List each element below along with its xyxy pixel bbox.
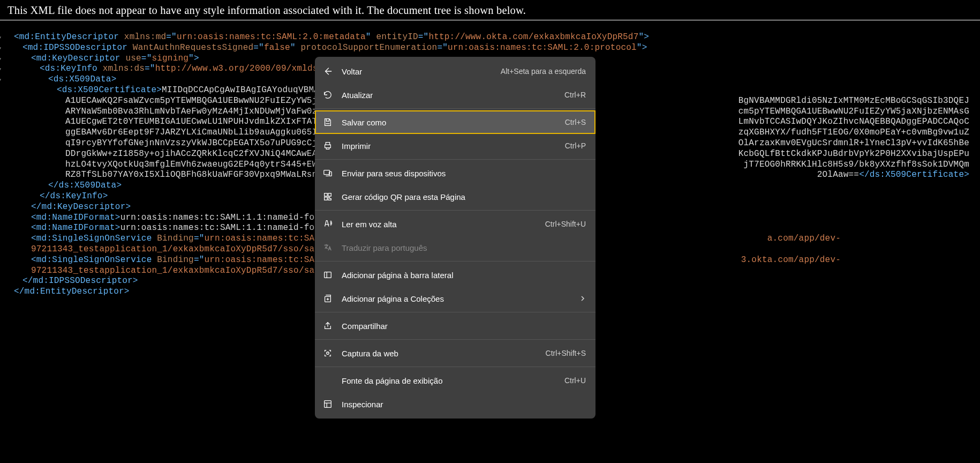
translate-icon [322, 242, 333, 253]
menu-label: Ler em voz alta [342, 220, 537, 229]
menu-send-to-devices[interactable]: Enviar para seus dispositivos [315, 161, 595, 185]
svg-rect-4 [325, 197, 327, 200]
menu-label: Enviar para seus dispositivos [342, 169, 586, 178]
menu-inspect[interactable]: Inspecionar [315, 392, 595, 416]
menu-qr-code[interactable]: Gerar código QR para esta Página [315, 185, 595, 208]
separator [315, 312, 595, 312]
menu-share[interactable]: Compartilhar [315, 314, 595, 338]
menu-label: Imprimir [342, 141, 556, 151]
refresh-icon [322, 89, 333, 100]
menu-label: Gerar código QR para esta Página [342, 192, 586, 201]
xml-line: ▼ <md:EntityDescriptor xmlns:md="urn:oas… [5, 32, 980, 43]
print-icon [322, 140, 333, 151]
menu-shortcut: Ctrl+R [564, 91, 586, 99]
context-menu: Voltar Alt+Seta para a esquerda Atualiza… [315, 57, 595, 419]
menu-shortcut: Ctrl+S [565, 118, 586, 126]
menu-read-aloud[interactable]: Ler em voz alta Ctrl+Shift+U [315, 212, 595, 236]
devices-icon [322, 168, 333, 178]
share-icon [322, 320, 333, 331]
twisty-icon[interactable]: ▼ [0, 33, 1, 44]
menu-shortcut: Ctrl+P [565, 141, 586, 150]
separator [315, 367, 595, 367]
menu-print[interactable]: Imprimir Ctrl+P [315, 134, 595, 158]
separator [315, 261, 595, 262]
menu-label: Fonte da página de exibição [342, 376, 556, 385]
svg-rect-5 [325, 272, 331, 278]
capture-icon [322, 348, 333, 359]
menu-add-to-collections[interactable]: Adicionar página a Coleções [315, 287, 595, 310]
collections-icon [322, 293, 333, 304]
menu-label: Traduzir para português [342, 243, 586, 252]
menu-label: Adicionar página a Coleções [342, 294, 586, 303]
menu-back[interactable]: Voltar Alt+Seta para a esquerda [315, 59, 595, 83]
twisty-icon[interactable]: ▼ [0, 44, 1, 55]
twisty-icon[interactable]: ▼ [0, 55, 1, 65]
menu-add-to-sidebar[interactable]: Adicionar página à barra lateral [315, 263, 595, 287]
xml-notice: This XML file does not appear to have an… [0, 0, 980, 20]
separator [315, 108, 595, 109]
svg-rect-0 [324, 170, 330, 175]
chevron-right-icon [579, 295, 586, 302]
menu-label: Atualizar [342, 91, 556, 100]
svg-rect-3 [328, 193, 331, 196]
svg-rect-8 [325, 401, 331, 408]
qr-icon [322, 191, 333, 202]
twisty-icon[interactable]: ▼ [0, 65, 1, 76]
menu-view-source[interactable]: Fonte da página de exibição Ctrl+U [315, 369, 595, 392]
menu-label: Voltar [342, 67, 492, 76]
xml-line: ▼ <md:IDPSSODescriptor WantAuthnRequests… [5, 43, 980, 54]
menu-label: Inspecionar [342, 400, 586, 409]
menu-shortcut: Alt+Seta para a esquerda [501, 67, 586, 76]
svg-point-7 [327, 352, 329, 355]
arrow-left-icon [322, 66, 333, 77]
separator [315, 210, 595, 211]
menu-save-as[interactable]: Salvar como Ctrl+S [315, 110, 595, 134]
twisty-icon[interactable]: ▼ [0, 76, 1, 86]
menu-translate[interactable]: Traduzir para português [315, 236, 595, 259]
menu-reload[interactable]: Atualizar Ctrl+R [315, 83, 595, 107]
menu-web-capture[interactable]: Captura da web Ctrl+Shift+S [315, 341, 595, 365]
blank-icon [322, 375, 333, 386]
sidebar-icon [322, 270, 333, 280]
save-icon [322, 117, 333, 128]
menu-label: Adicionar página à barra lateral [342, 271, 586, 280]
menu-label: Salvar como [342, 118, 556, 127]
read-aloud-icon [322, 219, 333, 229]
menu-label: Compartilhar [342, 322, 586, 331]
menu-shortcut: Ctrl+U [564, 376, 586, 385]
menu-shortcut: Ctrl+Shift+U [545, 220, 586, 228]
separator [315, 159, 595, 160]
svg-rect-2 [325, 193, 327, 196]
menu-shortcut: Ctrl+Shift+S [546, 349, 586, 357]
inspect-icon [322, 399, 333, 409]
separator [315, 339, 595, 340]
menu-label: Captura da web [342, 349, 537, 358]
